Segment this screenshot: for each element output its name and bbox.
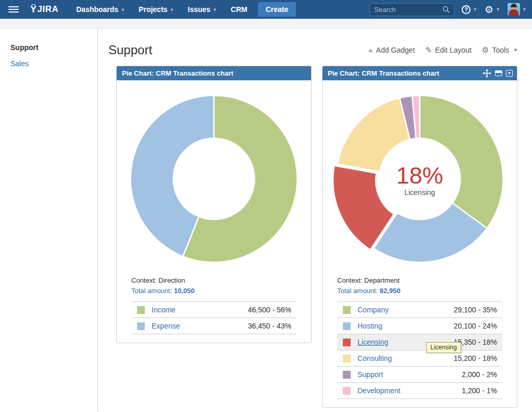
legend-swatch [137,306,145,314]
menu-icon[interactable] [8,6,19,13]
legend-block: Context: DirectionTotal amount: 10,050In… [131,276,296,334]
legend-row-hosting: Hosting20,100 - 24% [337,318,502,334]
create-button[interactable]: Create [258,2,296,17]
nav-item-label: Projects [139,5,167,14]
top-navbar: Ÿ JIRA Dashboards▼Projects▼Issues▼CRM Cr… [0,0,532,19]
subheader-band [0,19,532,29]
legend-value: 29,100 - 35% [454,306,497,314]
action-label: Tools [492,46,509,54]
gadget-title: Pie Chart: CRM Transactions chart [328,69,482,77]
search-box[interactable] [369,3,454,16]
context-label: Context: Direction [131,276,296,284]
total-amount: Total amount: 82,950 [337,287,502,295]
gadget-pie-chart-1: Pie Chart: CRM Transactions chartContext… [116,66,312,343]
avatar [508,3,520,16]
legend-row-income: Income46,500 - 56% [131,301,296,318]
navbar-menu: Dashboards▼Projects▼Issues▼CRM [71,2,252,17]
legend-label-link[interactable]: Hosting [357,322,454,330]
legend-value: 46,500 - 56% [248,306,291,314]
legend-label-link[interactable]: Expense [152,322,248,330]
center-slice-name-label: Licensing [404,188,435,197]
gear-icon: ⚙ [482,45,489,55]
dashboard-actions: +Add Gadget✎Edit Layout⚙Tools▼ [368,45,518,55]
gadget-body: 18%LicensingContext: DepartmentTotal amo… [323,80,517,407]
gadget-area: Pie Chart: CRM Transactions chartContext… [116,66,518,408]
legend-label-link[interactable]: Income [152,306,248,314]
nav-item-issues[interactable]: Issues▼ [182,2,222,17]
pie-slice-consulting[interactable] [338,98,410,172]
chevron-down-icon: ▼ [473,7,477,12]
legend-row-expense: Expense36,450 - 43% [131,318,296,334]
pencil-icon: ✎ [425,45,432,55]
legend-swatch [343,387,351,395]
legend-swatch [343,371,351,379]
center-percent-label: 18% [396,162,443,189]
nav-item-label: Dashboards [76,5,118,14]
gadget-header-icons: ▼ [482,69,513,78]
tools-button[interactable]: ⚙Tools▼ [482,45,518,55]
legend-row-development: Development1,200 - 1% [337,382,502,398]
nav-item-label: CRM [231,5,248,14]
legend-row-support: Support2,000 - 2% [337,366,502,382]
legend-value: 36,450 - 43% [248,322,291,330]
action-label: Edit Layout [435,46,472,54]
total-amount-label: Total amount: [337,287,380,295]
legend-label-link[interactable]: Support [357,370,462,379]
total-amount-value: 82,950 [380,287,401,295]
total-amount-value: 10,050 [174,287,195,295]
chevron-down-icon: ▼ [213,7,217,13]
legend-swatch [343,355,351,362]
legend-swatch [343,338,351,346]
legend-swatch [137,322,145,330]
chevron-down-icon: ▼ [169,7,174,13]
legend-label-link[interactable]: Consulting [357,354,454,362]
legend-swatch [343,322,351,330]
gadget-header: Pie Chart: CRM Transactions chart [117,66,311,80]
user-menu[interactable]: ▼ [508,3,527,16]
legend-label-link[interactable]: Development [357,386,462,395]
sidebar-item-sales[interactable]: Sales [10,59,97,68]
legend-table: Income46,500 - 56%Expense36,450 - 43% [131,301,296,334]
page-header: Support +Add Gadget✎Edit Layout⚙Tools▼ [108,40,518,60]
gear-icon: ⚙ [485,5,493,15]
legend-value: 20,100 - 24% [454,322,497,330]
nav-item-projects[interactable]: Projects▼ [133,2,179,17]
legend-row-company: Company29,100 - 35% [337,301,502,318]
legend-row-licensing: Licensing15,350 - 18% [337,334,502,350]
dropdown-icon[interactable]: ▼ [506,70,513,77]
edit-layout-button[interactable]: ✎Edit Layout [425,45,472,55]
total-amount-label: Total amount: [131,287,174,295]
move-icon[interactable] [482,69,491,78]
navbar-right: ? ▼ ⚙ ▼ ▼ [369,3,527,16]
nav-item-label: Issues [188,5,211,14]
legend-value: 2,000 - 2% [462,370,497,379]
pie-chart-svg: 18%Licensing [323,88,517,271]
search-input[interactable] [374,6,442,14]
gadget-title: Pie Chart: CRM Transactions chart [122,69,307,77]
search-icon[interactable] [442,6,450,13]
chevron-down-icon: ▼ [522,7,527,12]
donut-chart [117,88,311,271]
help-icon: ? [462,5,471,14]
help-menu[interactable]: ? ▼ [462,5,477,14]
gadget-pie-chart-2: Pie Chart: CRM Transactions chart▼18%Lic… [322,66,517,408]
settings-menu[interactable]: ⚙ ▼ [485,5,500,15]
nav-item-dashboards[interactable]: Dashboards▼ [71,2,130,17]
page-title: Support [108,43,152,57]
gadget-header: Pie Chart: CRM Transactions chart▼ [323,66,517,80]
legend-row-consulting: Consulting15,200 - 18% [337,350,502,366]
context-label: Context: Department [337,276,502,284]
legend-swatch [343,306,351,314]
donut-chart: 18%Licensing [323,88,517,271]
legend-label-link[interactable]: Company [357,306,454,314]
chevron-down-icon: ▼ [120,7,125,13]
nav-item-crm[interactable]: CRM [226,2,253,17]
add-gadget-button[interactable]: +Add Gadget [368,46,415,55]
sidebar-item-support[interactable]: Support [10,43,97,52]
jira-logo-text: JIRA [38,4,59,15]
jira-logo[interactable]: Ÿ JIRA [30,4,58,15]
maximize-icon[interactable] [495,70,502,76]
jira-logo-icon: Ÿ [30,4,37,15]
action-label: Add Gadget [376,46,415,54]
dashboard-sidebar: SupportSales [0,29,98,411]
